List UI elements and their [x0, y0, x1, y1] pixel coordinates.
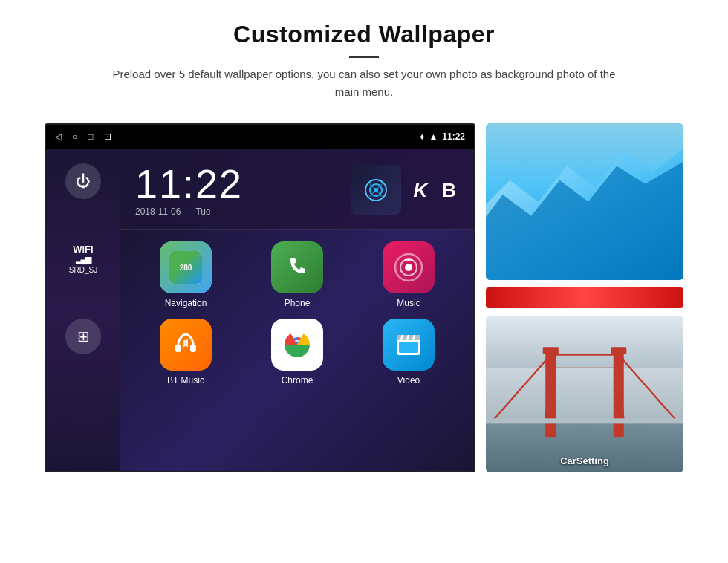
wallpaper-bridge[interactable]: CarSetting — [486, 316, 683, 472]
wifi-ssid: SRD_SJ — [69, 266, 97, 274]
power-button[interactable]: ⏻ — [65, 163, 101, 199]
app-navigation[interactable]: 280 Navigation — [135, 241, 236, 308]
recents-icon[interactable]: □ — [88, 131, 93, 142]
wallpaper-blue-ice[interactable] — [486, 123, 683, 280]
app-video[interactable]: Video — [358, 319, 459, 385]
sidebar: ⏻ WiFi ▂▄▆ SRD_SJ ⊞ — [46, 149, 120, 472]
date-value: 2018-11-06 — [135, 206, 181, 217]
status-bar-nav: ◁ ○ □ ⊡ — [55, 131, 111, 142]
wallpaper-panel: CarSetting — [486, 123, 683, 472]
center-content: 11:22 2018-11-06 Tue — [120, 149, 474, 472]
android-screen: ◁ ○ □ ⊡ ♦ ▲ 11:22 ⏻ — [45, 123, 475, 472]
location-icon: ♦ — [420, 131, 424, 142]
ice-svg — [486, 123, 683, 280]
b-icon[interactable]: B — [439, 179, 459, 202]
music-icon — [383, 241, 435, 293]
page-title: Customized Wallpaper — [59, 21, 669, 48]
k-icon[interactable]: K — [409, 179, 432, 202]
bridge-svg — [486, 316, 683, 472]
header: Customized Wallpaper Preload over 5 defa… — [0, 0, 728, 114]
svg-point-5 — [405, 264, 412, 271]
app-bt-music[interactable]: BT Music — [135, 319, 236, 385]
screen-body: ⏻ WiFi ▂▄▆ SRD_SJ ⊞ — [46, 149, 474, 472]
bt-music-icon — [160, 319, 212, 371]
content-area: ◁ ○ □ ⊡ ♦ ▲ 11:22 ⏻ — [0, 114, 728, 472]
wifi-label: WiFi — [69, 244, 97, 255]
status-bar-status: ♦ ▲ 11:22 — [420, 131, 465, 142]
title-divider — [349, 56, 379, 58]
svg-rect-8 — [190, 345, 196, 352]
app-music[interactable]: Music — [358, 241, 459, 308]
wifi-signal-bars: ▂▄▆ — [69, 255, 97, 264]
apps-button[interactable]: ⊞ — [65, 319, 101, 354]
back-icon[interactable]: ◁ — [55, 131, 62, 142]
svg-rect-32 — [486, 418, 683, 423]
bt-svg — [169, 328, 202, 361]
clock-row: 11:22 2018-11-06 Tue — [135, 163, 459, 217]
svg-point-6 — [408, 259, 410, 261]
navigation-icon: 280 — [160, 241, 212, 293]
phone-icon — [271, 241, 323, 293]
home-icon[interactable]: ○ — [72, 131, 77, 142]
svg-rect-17 — [399, 342, 418, 353]
page-container: Customized Wallpaper Preload over 5 defa… — [0, 0, 728, 472]
clock-time: 11:22 — [135, 163, 351, 204]
car-setting-label: CarSetting — [486, 455, 683, 466]
video-label: Video — [397, 375, 420, 385]
screenshot-icon[interactable]: ⊡ — [104, 131, 111, 142]
app-phone[interactable]: Phone — [247, 241, 348, 308]
signal-icon: ▲ — [429, 131, 438, 142]
status-time: 11:22 — [442, 131, 465, 142]
wifi-info: WiFi ▂▄▆ SRD_SJ — [69, 244, 97, 274]
page-subtitle: Preload over 5 default wallpaper options… — [104, 65, 624, 101]
wallpaper-strip — [486, 287, 683, 308]
clock-date: 2018-11-06 Tue — [135, 206, 351, 217]
status-bar: ◁ ○ □ ⊡ ♦ ▲ 11:22 — [46, 125, 474, 149]
app-grid-container: 280 Navigation — [120, 230, 474, 472]
clock-apps: K B — [351, 165, 459, 215]
video-icon — [383, 319, 435, 371]
svg-rect-33 — [543, 347, 559, 354]
navigation-label: Navigation — [165, 298, 207, 308]
chrome-icon — [271, 319, 323, 371]
video-svg — [392, 328, 425, 361]
chrome-label: Chrome — [282, 375, 313, 385]
music-svg — [394, 253, 423, 282]
phone-svg — [283, 253, 311, 282]
svg-rect-34 — [611, 347, 626, 354]
clock-area: 11:22 2018-11-06 Tue — [120, 149, 474, 230]
app-grid: 280 Navigation — [135, 241, 459, 385]
power-icon: ⏻ — [76, 173, 91, 190]
bt-music-label: BT Music — [167, 375, 204, 385]
radio-icon-box[interactable] — [351, 165, 401, 215]
clock-info: 11:22 2018-11-06 Tue — [135, 163, 351, 217]
radio-icon — [363, 177, 389, 204]
grid-icon: ⊞ — [77, 328, 90, 345]
music-label: Music — [397, 298, 420, 308]
svg-rect-7 — [175, 345, 181, 352]
chrome-svg — [279, 326, 316, 363]
app-chrome[interactable]: Chrome — [247, 319, 348, 385]
phone-label: Phone — [285, 298, 311, 308]
day-value: Tue — [195, 206, 210, 217]
